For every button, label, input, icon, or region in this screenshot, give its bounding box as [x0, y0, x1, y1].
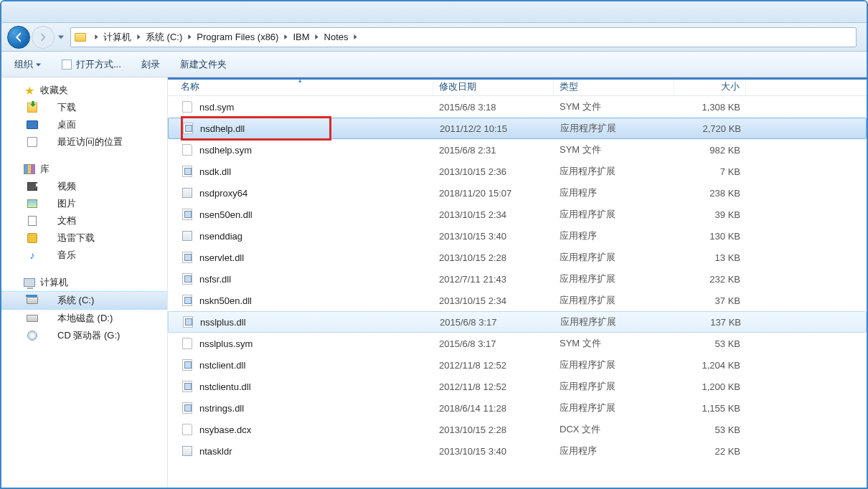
file-date: 2015/6/8 3:17 — [434, 317, 555, 328]
file-size: 137 KB — [675, 317, 747, 328]
file-list[interactable]: 名称 修改日期 类型 大小 nsd.sym2015/6/8 3:18SYM 文件… — [168, 77, 867, 488]
file-row[interactable]: nservlet.dll2013/10/15 2:28应用程序扩展13 KB — [168, 247, 867, 268]
file-icon — [181, 165, 194, 178]
sidebar-item-videos[interactable]: 视频 — [1, 178, 167, 195]
file-row[interactable]: nsdhelp.dll2011/12/2 10:15应用程序扩展2,720 KB — [168, 118, 867, 139]
file-date: 2012/11/8 12:52 — [433, 360, 554, 371]
file-row[interactable]: nsd.sym2015/6/8 3:18SYM 文件1,308 KB — [168, 96, 867, 118]
file-name: nsd.sym — [199, 102, 234, 113]
sidebar-item-cd-drive[interactable]: CD 驱动器 (G:) — [1, 327, 167, 344]
organize-button[interactable]: 组织 — [9, 55, 47, 74]
breadcrumb-system-c[interactable]: 系统 (C:) — [143, 29, 184, 46]
file-type: SYM 文件 — [554, 337, 674, 350]
file-date: 2013/10/15 2:34 — [433, 295, 554, 306]
column-size[interactable]: 大小 — [674, 77, 746, 95]
file-size: 39 KB — [674, 209, 746, 220]
chevron-right-icon[interactable] — [133, 29, 143, 46]
sidebar-item-documents[interactable]: 文档 — [1, 212, 167, 229]
file-row[interactable]: nstclientu.dll2012/11/8 12:52应用程序扩展1,200… — [168, 376, 867, 397]
sidebar-item-drive-c[interactable]: 系统 (C:) — [1, 291, 167, 310]
file-row[interactable]: nsslplus.sym2015/6/8 3:17SYM 文件53 KB — [168, 333, 867, 354]
sidebar-libraries-header[interactable]: 库 — [1, 161, 167, 178]
back-button[interactable] — [7, 26, 30, 49]
file-type: 应用程序扩展 — [554, 294, 674, 307]
file-row[interactable]: nsenddiag2013/10/15 3:40应用程序130 KB — [168, 225, 867, 247]
sidebar-item-drive-d[interactable]: 本地磁盘 (D:) — [1, 310, 167, 327]
file-type: SYM 文件 — [554, 143, 674, 156]
column-type[interactable]: 类型 — [554, 77, 674, 95]
file-row[interactable]: nsdproxy642018/11/20 15:07应用程序238 KB — [168, 182, 867, 204]
file-row[interactable]: nsen50en.dll2013/10/15 2:34应用程序扩展39 KB — [168, 204, 867, 225]
file-size: 130 KB — [674, 231, 746, 242]
chevron-right-icon[interactable] — [312, 29, 322, 46]
file-row[interactable]: nsfsr.dll2012/7/11 21:43应用程序扩展232 KB — [168, 268, 867, 290]
column-date[interactable]: 修改日期 — [433, 77, 554, 95]
file-icon — [181, 229, 194, 242]
file-size: 1,308 KB — [674, 102, 746, 113]
file-icon — [181, 251, 194, 264]
file-name: nstclient.dll — [199, 360, 245, 371]
sidebar-computer-label: 计算机 — [40, 276, 68, 289]
sidebar-item-label: 本地磁盘 (D:) — [42, 312, 113, 325]
file-size: 7 KB — [674, 166, 746, 177]
file-date: 2012/7/11 21:43 — [433, 274, 554, 285]
file-row[interactable]: nsybase.dcx2013/10/15 2:28DCX 文件53 KB — [168, 419, 867, 440]
file-name: nskn50en.dll — [199, 295, 252, 306]
chevron-right-icon[interactable] — [280, 29, 291, 46]
organize-label: 组织 — [14, 58, 33, 71]
burn-button[interactable]: 刻录 — [136, 55, 166, 74]
file-size: 232 KB — [674, 274, 746, 285]
sidebar-item-label: 图片 — [42, 197, 76, 210]
file-name: nsdproxy64 — [199, 188, 247, 199]
breadcrumb-notes[interactable]: Notes — [322, 29, 351, 46]
sidebar-item-recent[interactable]: 最近访问的位置 — [1, 133, 167, 151]
file-row[interactable]: nsslplus.dll2015/6/8 3:17应用程序扩展137 KB — [168, 311, 867, 333]
sidebar-computer-header[interactable]: 计算机 — [1, 274, 167, 291]
file-name: nsen50en.dll — [199, 209, 253, 220]
file-type: 应用程序扩展 — [554, 380, 674, 393]
file-row[interactable]: nstrings.dll2018/6/14 11:28应用程序扩展1,155 K… — [168, 397, 867, 419]
chevron-right-icon[interactable] — [91, 29, 101, 46]
file-row[interactable]: nsdk.dll2013/10/15 2:36应用程序扩展7 KB — [168, 161, 867, 182]
column-name[interactable]: 名称 — [168, 77, 433, 95]
sidebar-item-label: 文档 — [42, 214, 76, 227]
file-date: 2013/10/15 2:28 — [433, 424, 554, 435]
open-with-button[interactable]: 打开方式... — [55, 55, 127, 74]
file-icon — [181, 122, 194, 135]
sidebar-item-music[interactable]: ♪ 音乐 — [1, 247, 167, 264]
download-icon — [26, 102, 39, 113]
sidebar-item-label: 迅雷下载 — [42, 232, 95, 244]
open-with-icon — [61, 59, 72, 70]
file-name: nsenddiag — [199, 231, 242, 242]
new-folder-button[interactable]: 新建文件夹 — [174, 55, 232, 74]
file-row[interactable]: nskn50en.dll2013/10/15 2:34应用程序扩展37 KB — [168, 290, 867, 311]
file-icon — [181, 359, 194, 371]
file-type: 应用程序扩展 — [554, 402, 674, 414]
sidebar-item-pictures[interactable]: 图片 — [1, 195, 167, 212]
file-type: 应用程序 — [554, 186, 674, 199]
file-size: 53 KB — [674, 338, 746, 349]
breadcrumb-ibm[interactable]: IBM — [291, 29, 311, 46]
file-date: 2012/11/8 12:52 — [433, 381, 554, 392]
breadcrumb-program-files[interactable]: Program Files (x86) — [194, 29, 280, 46]
history-dropdown[interactable] — [56, 27, 66, 48]
file-row[interactable]: nstclient.dll2012/11/8 12:52应用程序扩展1,204 … — [168, 354, 867, 376]
file-row[interactable]: ntaskldr2013/10/15 3:40应用程序22 KB — [168, 440, 867, 462]
sidebar-favorites-header[interactable]: ★ 收藏夹 — [1, 82, 167, 99]
chevron-right-icon[interactable] — [184, 29, 194, 46]
file-name: nsdhelp.sym — [199, 145, 252, 156]
sidebar-item-desktop[interactable]: 桌面 — [1, 116, 167, 133]
file-name: nsybase.dcx — [199, 424, 251, 435]
address-bar[interactable]: 计算机 系统 (C:) Program Files (x86) IBM Note… — [70, 27, 857, 47]
sidebar-item-downloads[interactable]: 下载 — [1, 99, 167, 116]
breadcrumb-computer[interactable]: 计算机 — [101, 29, 133, 46]
chevron-right-icon[interactable] — [351, 29, 361, 46]
music-icon: ♪ — [26, 250, 39, 261]
forward-button[interactable] — [32, 26, 55, 49]
file-row[interactable]: nsdhelp.sym2015/6/8 2:31SYM 文件982 KB — [168, 139, 867, 161]
sidebar-item-thunder[interactable]: 迅雷下载 — [1, 229, 167, 247]
file-size: 1,155 KB — [674, 403, 746, 414]
file-icon — [181, 208, 194, 221]
sidebar-libraries-label: 库 — [40, 163, 49, 176]
file-name: nsfsr.dll — [199, 274, 231, 285]
